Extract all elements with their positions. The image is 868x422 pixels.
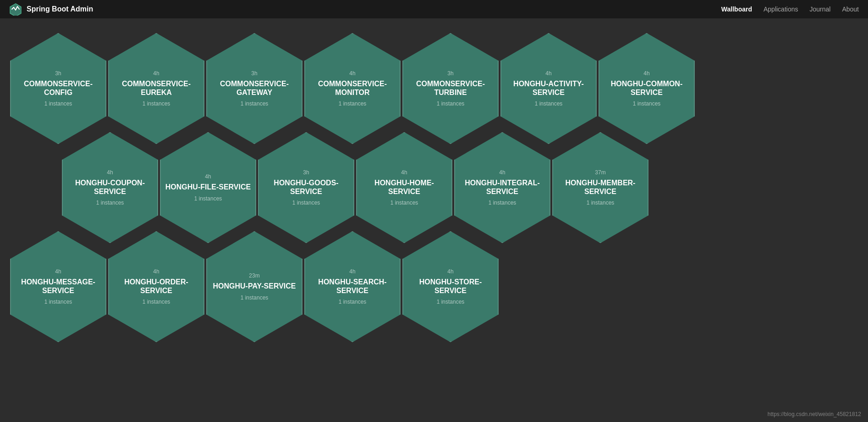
hex-uptime: 4h [643,70,649,77]
hex-service-name: HONGHU-ACTIVITY-SERVICE [505,79,592,97]
hex-tile[interactable]: 4h HONGHU-MESSAGE-SERVICE 1 instances [10,231,106,342]
hex-content: 4h COMMONSERVICE-EUREKA 1 instances [108,66,204,111]
brand-icon [9,3,22,16]
hex-tile[interactable]: 4h HONGHU-ACTIVITY-SERVICE 1 instances [500,33,597,144]
hex-content: 4h HONGHU-INTEGRAL-SERVICE 1 instances [454,165,550,211]
hex-uptime: 37m [595,169,605,176]
hex-instances: 1 instances [390,200,418,206]
hex-service-name: COMMONSERVICE-MONITOR [309,79,396,97]
hex-content: 4h HONGHU-COUPON-SERVICE 1 instances [62,165,158,211]
hex-uptime: 4h [205,173,211,180]
watermark: https://blog.csdn.net/weixin_45821812 [768,411,861,417]
hex-tile[interactable]: 4h COMMONSERVICE-MONITOR 1 instances [304,33,401,144]
hex-tile[interactable]: 23m HONGHU-PAY-SERVICE 1 instances [206,231,302,342]
hex-tile[interactable]: 4h HONGHU-COUPON-SERVICE 1 instances [62,132,158,243]
hex-service-name: HONGHU-FILE-SERVICE [165,183,251,191]
hex-uptime: 4h [447,268,453,275]
hex-service-name: COMMONSERVICE-TURBINE [407,79,494,97]
hex-row-1: 4h HONGHU-COUPON-SERVICE 1 instances 4h … [61,131,649,244]
hex-service-name: COMMONSERVICE-CONFIG [15,79,102,97]
hex-instances: 1 instances [587,200,615,206]
hex-service-name: COMMONSERVICE-GATEWAY [211,79,298,97]
hex-content: 3h COMMONSERVICE-CONFIG 1 instances [10,66,106,111]
hex-service-name: HONGHU-ORDER-SERVICE [113,278,200,295]
hex-instances: 1 instances [437,100,465,107]
hex-tile[interactable]: 4h HONGHU-FILE-SERVICE 1 instances [160,132,256,243]
hex-instances: 1 instances [96,200,124,206]
hex-instances: 1 instances [143,100,170,107]
hex-tile[interactable]: 4h HONGHU-SEARCH-SERVICE 1 instances [304,231,401,342]
hex-instances: 1 instances [292,200,320,206]
hex-uptime: 3h [251,70,257,77]
hex-tile[interactable]: 3h COMMONSERVICE-TURBINE 1 instances [402,33,499,144]
hex-content: 4h HONGHU-COMMON-SERVICE 1 instances [599,66,695,111]
hex-service-name: HONGHU-COMMON-SERVICE [603,79,690,97]
hex-uptime: 3h [447,70,453,77]
hex-instances: 1 instances [44,100,72,107]
hex-row-2: 4h HONGHU-MESSAGE-SERVICE 1 instances 4h… [9,230,500,343]
hex-uptime: 3h [55,70,61,77]
hex-content: 37m HONGHU-MEMBER-SERVICE 1 instances [552,165,648,211]
hex-service-name: COMMONSERVICE-EUREKA [113,79,200,97]
hex-uptime: 4h [349,268,355,275]
hex-uptime: 4h [545,70,551,77]
brand-label: Spring Boot Admin [27,5,93,13]
hex-tile[interactable]: 3h COMMONSERVICE-CONFIG 1 instances [10,33,106,144]
hex-tile[interactable]: 37m HONGHU-MEMBER-SERVICE 1 instances [552,132,648,243]
hex-tile[interactable]: 3h COMMONSERVICE-GATEWAY 1 instances [206,33,302,144]
hex-content: 4h COMMONSERVICE-MONITOR 1 instances [304,66,401,111]
hex-uptime: 4h [153,268,159,275]
hex-content: 4h HONGHU-STORE-SERVICE 1 instances [402,264,499,310]
hex-uptime: 4h [55,268,61,275]
hex-service-name: HONGHU-MEMBER-SERVICE [557,178,644,196]
hex-tile[interactable]: 3h HONGHU-GOODS-SERVICE 1 instances [258,132,354,243]
hex-instances: 1 instances [437,299,465,305]
hex-service-name: HONGHU-STORE-SERVICE [407,278,494,295]
hex-tile[interactable]: 4h HONGHU-COMMON-SERVICE 1 instances [599,33,695,144]
hex-service-name: HONGHU-SEARCH-SERVICE [309,278,396,295]
hex-content: 3h COMMONSERVICE-GATEWAY 1 instances [206,66,302,111]
hex-uptime: 3h [303,169,309,176]
hex-grid: 3h COMMONSERVICE-CONFIG 1 instances 4h C… [5,32,863,329]
hex-uptime: 4h [349,70,355,77]
nav-wallboard[interactable]: Wallboard [721,6,752,13]
nav-about[interactable]: About [842,6,859,13]
hex-uptime: 4h [153,70,159,77]
hex-service-name: HONGHU-MESSAGE-SERVICE [15,278,102,295]
nav-applications[interactable]: Applications [764,6,798,13]
hex-instances: 1 instances [241,100,269,107]
hex-uptime: 4h [499,169,505,176]
main-content: 3h COMMONSERVICE-CONFIG 1 instances 4h C… [0,18,868,339]
hex-instances: 1 instances [143,299,170,305]
hex-content: 4h HONGHU-ORDER-SERVICE 1 instances [108,264,204,310]
hex-instances: 1 instances [194,195,222,202]
hex-instances: 1 instances [44,299,72,305]
hex-content: 3h HONGHU-GOODS-SERVICE 1 instances [258,165,354,211]
hex-instances: 1 instances [339,100,367,107]
hex-tile[interactable]: 4h HONGHU-HOME-SERVICE 1 instances [356,132,452,243]
navbar: Spring Boot Admin Wallboard Applications… [0,0,868,18]
hex-tile[interactable]: 4h HONGHU-ORDER-SERVICE 1 instances [108,231,204,342]
hex-content: 4h HONGHU-FILE-SERVICE 1 instances [161,169,255,206]
hex-content: 3h COMMONSERVICE-TURBINE 1 instances [402,66,499,111]
hex-service-name: HONGHU-GOODS-SERVICE [263,178,350,196]
nav-journal[interactable]: Journal [809,6,830,13]
hex-service-name: HONGHU-PAY-SERVICE [213,282,296,290]
hex-instances: 1 instances [633,100,661,107]
hex-uptime: 4h [107,169,113,176]
hex-tile[interactable]: 4h COMMONSERVICE-EUREKA 1 instances [108,33,204,144]
hex-instances: 1 instances [535,100,563,107]
navbar-nav: Wallboard Applications Journal About [721,6,859,13]
hex-tile[interactable]: 4h HONGHU-INTEGRAL-SERVICE 1 instances [454,132,550,243]
hex-uptime: 23m [249,272,259,279]
hex-instances: 1 instances [339,299,367,305]
hex-row-0: 3h COMMONSERVICE-CONFIG 1 instances 4h C… [9,32,696,145]
hex-content: 23m HONGHU-PAY-SERVICE 1 instances [208,268,300,305]
hex-content: 4h HONGHU-MESSAGE-SERVICE 1 instances [10,264,106,310]
hex-service-name: HONGHU-COUPON-SERVICE [66,178,154,196]
hex-service-name: HONGHU-INTEGRAL-SERVICE [459,178,546,196]
hex-content: 4h HONGHU-SEARCH-SERVICE 1 instances [304,264,401,310]
hex-tile[interactable]: 4h HONGHU-STORE-SERVICE 1 instances [402,231,499,342]
hex-instances: 1 instances [489,200,516,206]
hex-uptime: 4h [401,169,407,176]
